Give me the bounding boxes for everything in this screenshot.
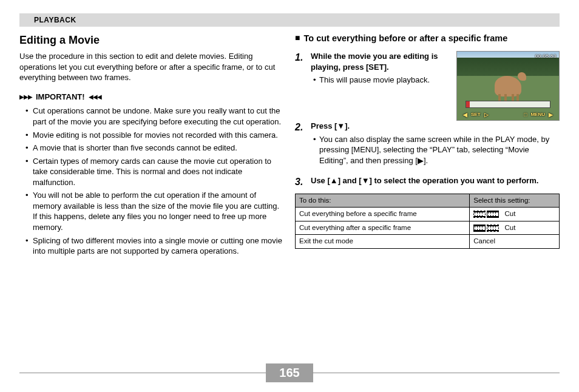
important-bullet: Splicing of two different movies into a …: [33, 235, 284, 257]
stop-icon: □: [524, 111, 527, 118]
operations-table: To do this: Select this setting: Cut eve…: [295, 194, 560, 249]
table-row: Cut everything after a specific frame Cu…: [296, 221, 560, 235]
set-button-label: SET: [471, 112, 481, 118]
important-arrows-left-icon: ▶▶▶: [19, 93, 32, 101]
step-number: 3.: [295, 175, 306, 189]
subsection-title: To cut everything before or after a spec…: [303, 33, 507, 44]
step-number: 2.: [295, 121, 306, 134]
step-2: 2. Press [▼]. You can also display the s…: [295, 121, 560, 168]
table-row: Cut everything before a specific frame C…: [296, 208, 560, 221]
table-cell-setting: Cancel: [470, 235, 560, 249]
important-bullet: Cut operations cannot be undone. Make su…: [33, 106, 284, 127]
table-row: Exit the cut mode Cancel: [296, 235, 560, 249]
step-3: 3. Use [▲] and [▼] to select the operati…: [295, 175, 560, 189]
important-bullet: Certain types of memory cards can cause …: [33, 156, 284, 188]
camera-screenshot: 00:05:53 ◀ SET ▷ □ MENU ▶: [456, 51, 560, 121]
intro-text: Use the procedure in this section to edi…: [19, 51, 284, 83]
nav-left-icon: ◀: [463, 111, 467, 118]
table-header-left: To do this:: [296, 194, 470, 208]
important-label: IMPORTANT!: [36, 92, 85, 103]
important-bullets: Cut operations cannot be undone. Make su…: [19, 106, 284, 256]
important-bullet: A movie that is shorter than five second…: [33, 143, 284, 154]
step-title: While the movie you are editing is playi…: [311, 51, 450, 72]
page-number: 165: [266, 363, 313, 382]
page-footer: 165: [0, 363, 579, 382]
important-bullet: You will not be able to perform the cut …: [33, 190, 284, 232]
nav-right-icon: ▶: [549, 111, 553, 118]
step-bullet: This will pause movie playback.: [319, 75, 450, 86]
film-cut-after-icon: [473, 225, 499, 232]
table-cell-setting: Cut: [470, 221, 560, 235]
step-number: 1.: [295, 51, 306, 64]
table-cell-desc: Cut everything before a specific frame: [296, 208, 470, 221]
left-column: Editing a Movie Use the procedure in thi…: [19, 33, 284, 259]
step-1: 1. While the movie you are editing is pl…: [295, 51, 450, 88]
table-cell-setting: Cut: [470, 208, 560, 221]
important-bullet: Movie editing is not possible for movies…: [33, 130, 284, 141]
table-header-right: Select this setting:: [470, 194, 560, 208]
menu-button-label: MENU: [530, 112, 545, 118]
step-bullet: You can also display the same screen whi…: [319, 134, 560, 166]
section-title: Editing a Movie: [19, 33, 284, 47]
important-arrows-right-icon: ◀◀◀: [89, 93, 101, 101]
timecode-label: 00:05:53: [535, 53, 557, 60]
deer-icon: [495, 76, 521, 96]
subsection-square-icon: ■: [295, 33, 300, 43]
step-title: Press [▼].: [311, 121, 560, 132]
scrub-bar: [466, 101, 550, 108]
right-column: ■ To cut everything before or after a sp…: [295, 33, 560, 259]
chapter-header: PLAYBACK: [19, 13, 560, 27]
table-cell-desc: Exit the cut mode: [296, 235, 470, 249]
important-heading: ▶▶▶ IMPORTANT! ◀◀◀: [19, 92, 284, 103]
film-cut-before-icon: [473, 211, 499, 218]
table-cell-desc: Cut everything after a specific frame: [296, 221, 470, 235]
play-icon: ▷: [484, 111, 489, 118]
step-title: Use [▲] and [▼] to select the operation …: [311, 175, 560, 186]
